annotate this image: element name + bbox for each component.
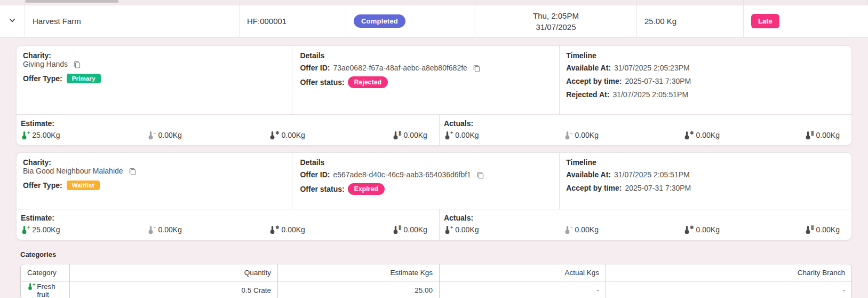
col-header-estimate-kgs: Estimate Kgs [278, 264, 440, 281]
timeline-section: Timeline Available At: 31/07/2025 2:05:5… [559, 153, 851, 209]
charity-label: Charity: [23, 51, 284, 60]
categories-table: Category Quantity Estimate Kgs Actual Kg… [20, 264, 852, 298]
offer-card: Charity: Giving Hands Offer Type: Primar… [16, 45, 852, 146]
actuals-label: Actuals: [444, 214, 840, 222]
categories-title: Categories [20, 250, 852, 258]
charity-label: Charity: [23, 158, 284, 167]
category-cell: + Fresh fruit [21, 281, 70, 298]
timeline-title: Timeline [566, 158, 844, 167]
timeline-row-label: Available At: [566, 170, 611, 179]
actuals-label: Actuals: [444, 119, 840, 128]
expand-row-button[interactable] [0, 5, 25, 37]
thermometer-frozen-icon: ❄ [683, 225, 694, 234]
estimate-chilled: – 0.00Kg [147, 131, 182, 140]
actuals-section: Actuals: + 0.00Kg – 0.00Kg ❄ 0.00Kg [439, 115, 851, 145]
col-header-quantity: Quantity [70, 264, 278, 281]
estimate-kgs-cell: 25.00 [278, 281, 440, 298]
donation-time: Thu, 2:05PM [533, 10, 579, 21]
estimate-ambient: + 25.00Kg [21, 225, 60, 234]
timeline-row-value: 31/07/2025 2:05:51PM [614, 170, 690, 179]
copy-icon[interactable] [476, 171, 484, 179]
donation-weight: 25.00 Kg [637, 5, 744, 37]
thermometer-steam-icon: ||| [805, 225, 814, 234]
thermometer-steam-icon: ||| [392, 131, 401, 140]
thermometer-plus-icon: + [21, 131, 29, 140]
offer-id-label: Offer ID: [300, 170, 330, 179]
timing-cell: Late [744, 5, 868, 37]
actual-ambient: + 0.00Kg [444, 225, 479, 234]
thermometer-minus-icon: – [564, 131, 572, 140]
details-title: Details [300, 51, 552, 60]
thermometer-steam-icon: ||| [805, 131, 814, 140]
copy-icon[interactable] [73, 60, 81, 68]
actual-frozen: ❄ 0.00Kg [683, 131, 720, 140]
col-header-charity-branch: Charity Branch [606, 264, 851, 281]
categories-header-row: Category Quantity Estimate Kgs Actual Kg… [21, 264, 851, 281]
estimate-frozen: ❄ 0.00Kg [269, 225, 305, 234]
estimate-label: Estimate: [21, 214, 427, 222]
thermometer-steam-icon: ||| [392, 225, 401, 234]
charity-section: Charity: Giving Hands Offer Type: Primar… [17, 46, 292, 114]
offer-id-value: 73ae0682-f67a-48af-aebc-a8eb80f682fe [333, 64, 467, 72]
timeline-row-label: Rejected At: [566, 90, 609, 99]
thermometer-minus-icon: – [564, 225, 572, 234]
thermometer-frozen-icon: ❄ [269, 225, 279, 234]
estimate-frozen: ❄ 0.00Kg [269, 131, 305, 140]
thermometer-minus-icon: – [147, 225, 156, 234]
timeline-row-value: 31/07/2025 2:05:23PM [614, 64, 690, 72]
details-title: Details [300, 158, 552, 167]
offer-status-badge: Expired [348, 183, 385, 195]
timeline-row-value: 2025-07-31 7:30PM [625, 184, 691, 192]
charity-section: Charity: Bia Good Neighbour Malahide Off… [17, 153, 292, 209]
top-strip [0, 0, 868, 5]
offer-status-badge: Rejected [348, 76, 388, 88]
estimate-section: Estimate: + 25.00Kg – 0.00Kg ❄ 0.00Kg [17, 209, 439, 240]
thermometer-plus-icon: + [27, 283, 35, 291]
offer-status-label: Offer status: [300, 185, 344, 193]
timeline-title: Timeline [566, 51, 844, 60]
offer-type-label: Offer Type: [23, 74, 62, 83]
donation-row: Harvest Farm HF:000001 Completed Thu, 2:… [0, 5, 868, 37]
thermometer-plus-icon: + [21, 225, 29, 234]
actuals-section: Actuals: + 0.00Kg – 0.00Kg ❄ 0.00Kg [439, 209, 851, 240]
offer-id-label: Offer ID: [300, 64, 330, 72]
chevron-down-icon [9, 17, 16, 26]
col-header-actual-kgs: Actual Kgs [440, 264, 606, 281]
category-row: + Fresh fruit 0.5 Crate 25.00 - - [21, 281, 851, 298]
offer-type-badge: Waitlist [67, 181, 100, 190]
charity-name: Bia Good Neighbour Malahide [23, 167, 123, 175]
timeline-row-label: Accept by time: [566, 77, 622, 85]
col-header-category: Category [21, 264, 70, 281]
donation-offers-screen: Harvest Farm HF:000001 Completed Thu, 2:… [0, 0, 868, 298]
donation-status-cell: Completed [346, 5, 475, 37]
thermometer-minus-icon: – [147, 131, 156, 140]
estimate-hot: ||| 0.00Kg [392, 131, 427, 140]
thermometer-plus-icon: + [444, 225, 452, 234]
details-section: Details Offer ID: e567ade8-d40c-46c9-aab… [292, 153, 559, 209]
horizontal-scrollbar-thumb[interactable] [25, 0, 119, 3]
thermometer-plus-icon: + [444, 131, 452, 140]
timeline-row-value: 2025-07-31 7:30PM [625, 77, 691, 85]
offer-card: Charity: Bia Good Neighbour Malahide Off… [16, 152, 852, 240]
actual-kgs-cell: - [440, 281, 606, 298]
donation-date: 31/07/2025 [533, 21, 579, 33]
estimate-hot: ||| 0.00Kg [392, 225, 427, 234]
donation-code: HF:000001 [240, 5, 346, 37]
timeline-row-label: Available At: [566, 64, 611, 72]
offer-id-value: e567ade8-d40c-46c9-aab3-654036d6fbf1 [333, 170, 471, 179]
copy-icon[interactable] [129, 167, 136, 175]
quantity-cell: 0.5 Crate [70, 281, 278, 298]
actual-chilled: – 0.00Kg [564, 225, 599, 234]
charity-branch-cell: - [606, 281, 851, 298]
estimate-chilled: – 0.00Kg [147, 225, 182, 234]
thermometer-frozen-icon: ❄ [269, 131, 279, 140]
details-section: Details Offer ID: 73ae0682-f67a-48af-aeb… [292, 46, 559, 114]
timeline-row-label: Accept by time: [566, 184, 622, 192]
actual-ambient: + 0.00Kg [444, 131, 479, 140]
copy-icon[interactable] [473, 64, 480, 72]
thermometer-frozen-icon: ❄ [683, 131, 694, 140]
charity-name: Giving Hands [23, 60, 68, 68]
estimate-label: Estimate: [21, 119, 427, 128]
timeline-section: Timeline Available At: 31/07/2025 2:05:2… [559, 46, 851, 114]
actual-frozen: ❄ 0.00Kg [683, 225, 720, 234]
